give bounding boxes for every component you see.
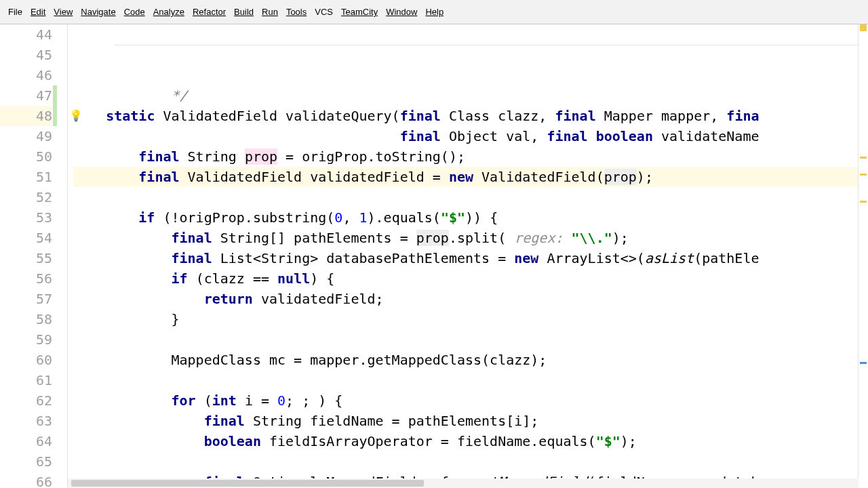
menu-refactor[interactable]: Refactor (189, 5, 230, 18)
menu-edit[interactable]: Edit (26, 5, 50, 18)
gutter-line[interactable]: 66 (0, 472, 52, 488)
menu-bar: File Edit View Navigate Code Analyze Ref… (0, 0, 868, 24)
menu-tools[interactable]: Tools (282, 5, 311, 18)
code-area[interactable]: */ static ValidatedField validateQuery(f… (68, 24, 868, 488)
code-line[interactable]: return validatedField; (73, 289, 868, 309)
code-line[interactable] (73, 187, 868, 207)
horizontal-scrollbar-thumb[interactable] (71, 480, 424, 487)
gutter-line[interactable]: 60 (0, 350, 52, 370)
menu-file[interactable]: File (4, 5, 26, 18)
code-line[interactable] (73, 451, 868, 472)
menu-analyze[interactable]: Analyze (149, 5, 189, 18)
gutter-line[interactable]: 62 (0, 390, 52, 411)
menu-view[interactable]: View (50, 5, 77, 18)
stripe-marker[interactable] (860, 24, 867, 31)
menu-code[interactable]: Code (120, 5, 149, 18)
gutter-line[interactable]: 54 (0, 228, 52, 248)
code-line[interactable]: final String prop = origProp.toString(); (73, 146, 868, 167)
gutter-line[interactable]: 55 (0, 248, 52, 268)
code-line[interactable]: */ (73, 85, 868, 106)
code-line[interactable]: if (clazz == null) { (73, 268, 868, 289)
stripe-marker[interactable] (860, 157, 867, 159)
gutter-line[interactable]: 44 (0, 24, 52, 45)
stripe-marker[interactable] (860, 174, 867, 176)
gutter[interactable]: 4445464748💡49505152535455565758596061626… (0, 24, 68, 488)
menu-help[interactable]: Help (421, 5, 448, 18)
gutter-line[interactable]: 61 (0, 370, 52, 390)
code-line[interactable]: final String fieldName = pathElements[i]… (73, 411, 868, 431)
menu-navigate[interactable]: Navigate (77, 5, 119, 18)
code-line[interactable]: final List<String> databasePathElements … (73, 248, 868, 268)
code-line[interactable]: } (73, 309, 868, 329)
editor[interactable]: 4445464748💡49505152535455565758596061626… (0, 24, 868, 488)
gutter-line[interactable]: 51 (0, 167, 52, 187)
code-line[interactable] (73, 329, 868, 350)
menu-window[interactable]: Window (382, 5, 421, 18)
code-line[interactable]: final String[] pathElements = prop.split… (73, 228, 868, 248)
code-line[interactable]: final Object val, final boolean validate… (73, 126, 868, 146)
error-stripe[interactable] (858, 24, 868, 488)
menu-vcs[interactable]: VCS (311, 5, 337, 18)
gutter-line[interactable]: 46 (0, 65, 52, 85)
code-line[interactable]: for (int i = 0; ; ) { (73, 390, 868, 411)
gutter-line[interactable]: 63 (0, 411, 52, 431)
gutter-line[interactable]: 57 (0, 289, 52, 309)
menu-run[interactable]: Run (258, 5, 282, 18)
code-line[interactable]: if (!origProp.substring(0, 1).equals("$"… (73, 207, 868, 228)
gutter-line[interactable]: 58 (0, 309, 52, 329)
gutter-line[interactable]: 47 (0, 85, 52, 106)
code-line[interactable] (73, 370, 868, 390)
gutter-line[interactable]: 52 (0, 187, 52, 207)
gutter-line[interactable]: 64 (0, 431, 52, 451)
menu-build[interactable]: Build (230, 5, 258, 18)
horizontal-scrollbar[interactable] (68, 479, 859, 488)
gutter-line[interactable]: 59 (0, 329, 52, 350)
code-line[interactable]: final ValidatedField validatedField = ne… (73, 167, 868, 187)
gutter-line[interactable]: 65 (0, 451, 52, 472)
stripe-marker[interactable] (860, 362, 867, 364)
gutter-line[interactable]: 45 (0, 45, 52, 65)
gutter-line[interactable]: 49 (0, 126, 52, 146)
gutter-line[interactable]: 50 (0, 146, 52, 167)
gutter-line[interactable]: 56 (0, 268, 52, 289)
stripe-marker[interactable] (860, 201, 867, 203)
code-line[interactable]: boolean fieldIsArrayOperator = fieldName… (73, 431, 868, 451)
gutter-line[interactable]: 53 (0, 207, 52, 228)
code-line[interactable]: static ValidatedField validateQuery(fina… (73, 106, 868, 126)
code-line[interactable]: MappedClass mc = mapper.getMappedClass(c… (73, 350, 868, 370)
gutter-line[interactable]: 48💡 (0, 106, 52, 126)
menu-teamcity[interactable]: TeamCity (337, 5, 382, 18)
